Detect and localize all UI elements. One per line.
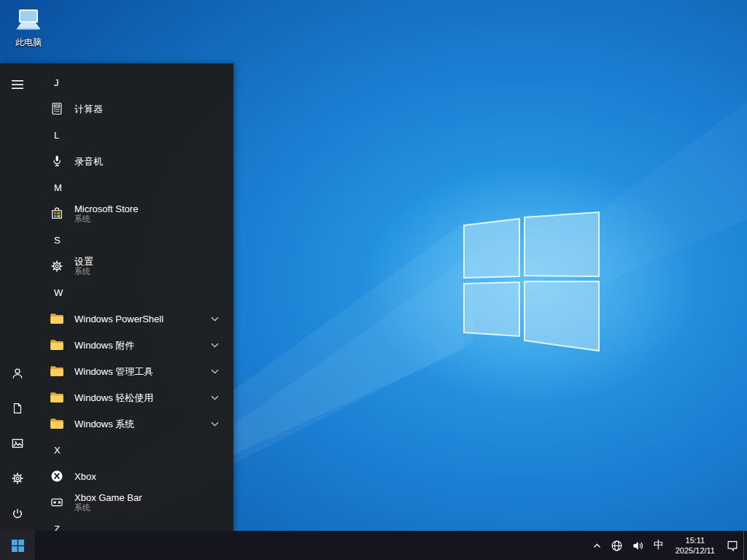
letter-label: L [54, 130, 59, 141]
app-label: Windows 附件 [74, 340, 134, 351]
folder-icon [48, 362, 66, 380]
folder-item-windows-system[interactable]: Windows 系统 [35, 411, 233, 437]
chevron-down-icon [211, 395, 219, 400]
app-label: Xbox [74, 471, 96, 482]
app-label: Windows 轻松使用 [74, 392, 153, 403]
start-menu-rail [0, 63, 35, 531]
chevron-down-icon [211, 421, 219, 427]
alphabet-header-s[interactable]: S [35, 227, 233, 253]
app-label: Windows PowerShell [74, 314, 163, 324]
settings-button[interactable] [0, 461, 35, 496]
alphabet-header-z[interactable]: Z [35, 516, 233, 531]
rail-bottom-group [0, 356, 35, 531]
globe-icon [611, 540, 623, 552]
chevron-down-icon [211, 369, 219, 374]
letter-label: X [54, 445, 61, 456]
alphabet-header-w[interactable]: W [35, 279, 233, 306]
folder-icon [48, 310, 66, 327]
power-button[interactable] [0, 496, 35, 531]
power-icon [10, 506, 25, 521]
alphabet-header-x[interactable]: X [35, 437, 233, 463]
document-icon [11, 401, 24, 416]
app-item-calculator[interactable]: 计算器 [35, 96, 233, 122]
gear-icon [48, 257, 66, 275]
start-menu-app-list: J 计算器 L [35, 63, 233, 531]
app-sublabel: 系统 [74, 503, 142, 513]
this-pc-icon [14, 6, 43, 35]
letter-label: Z [54, 524, 60, 532]
ime-indicator[interactable]: 中 [649, 531, 669, 560]
tray-overflow-button[interactable] [588, 531, 606, 560]
calculator-icon [48, 100, 66, 117]
folder-icon [48, 415, 66, 432]
expand-menu-button[interactable] [0, 67, 35, 102]
documents-button[interactable] [0, 391, 35, 426]
alphabet-header-j[interactable]: J [35, 69, 233, 96]
letter-label: S [54, 235, 61, 246]
app-label: Microsoft Store [74, 203, 138, 214]
windows-logo-icon [12, 540, 24, 552]
app-sublabel: 系统 [74, 214, 138, 224]
app-label: 计算器 [74, 104, 103, 114]
alphabet-header-m[interactable]: M [35, 174, 233, 201]
volume-button[interactable] [627, 531, 649, 560]
app-item-microsoft-store[interactable]: Microsoft Store 系统 [35, 201, 233, 227]
user-icon [10, 366, 25, 381]
system-tray: 中 15:11 2025/12/11 [588, 531, 747, 560]
start-button[interactable] [0, 531, 35, 560]
app-sublabel: 系统 [74, 267, 93, 276]
letter-label: M [54, 182, 62, 193]
action-center-button[interactable] [721, 531, 743, 560]
store-icon [48, 205, 66, 222]
clock[interactable]: 15:11 2025/12/11 [669, 531, 721, 560]
gear-icon [10, 471, 25, 486]
desktop-icon-this-pc[interactable]: 此电脑 [7, 6, 50, 49]
taskbar: 中 15:11 2025/12/11 [0, 531, 747, 560]
chevron-down-icon [211, 316, 219, 322]
xbox-icon [48, 467, 66, 485]
start-menu: J 计算器 L [0, 63, 233, 531]
xbox-gamebar-icon [48, 494, 66, 511]
app-item-xbox[interactable]: Xbox [35, 463, 233, 489]
folder-item-windows-admin-tools[interactable]: Windows 管理工具 [35, 358, 233, 384]
letter-label: J [54, 77, 59, 88]
clock-date: 2025/12/11 [676, 545, 715, 556]
app-label: 设置 [74, 256, 93, 267]
folder-icon [48, 389, 66, 406]
chevron-up-icon [592, 541, 602, 551]
clock-time: 15:11 [686, 535, 705, 545]
speaker-icon [632, 540, 644, 552]
app-label: 录音机 [74, 156, 103, 167]
microphone-icon [48, 152, 66, 170]
show-desktop-button[interactable] [743, 531, 747, 560]
folder-item-windows-powershell[interactable]: Windows PowerShell [35, 306, 233, 332]
app-item-xbox-game-bar[interactable]: Xbox Game Bar 系统 [35, 489, 233, 516]
folder-item-windows-accessories[interactable]: Windows 附件 [35, 332, 233, 358]
app-label: Windows 管理工具 [74, 366, 153, 377]
app-label: Xbox Game Bar [74, 492, 142, 503]
action-center-icon [726, 539, 739, 552]
alphabet-header-l[interactable]: L [35, 122, 233, 148]
network-button[interactable] [606, 531, 627, 560]
desktop-icon-label: 此电脑 [15, 36, 42, 49]
letter-label: W [54, 287, 63, 298]
pictures-icon [10, 436, 25, 451]
folder-icon [48, 336, 66, 354]
app-item-voice-recorder[interactable]: 录音机 [35, 148, 233, 174]
app-item-settings[interactable]: 设置 系统 [35, 253, 233, 279]
folder-item-windows-ease-of-access[interactable]: Windows 轻松使用 [35, 384, 233, 411]
pictures-button[interactable] [0, 426, 35, 461]
chevron-down-icon [211, 343, 219, 348]
hamburger-icon [12, 79, 23, 90]
app-label: Windows 系统 [74, 419, 134, 429]
user-account-button[interactable] [0, 356, 35, 391]
